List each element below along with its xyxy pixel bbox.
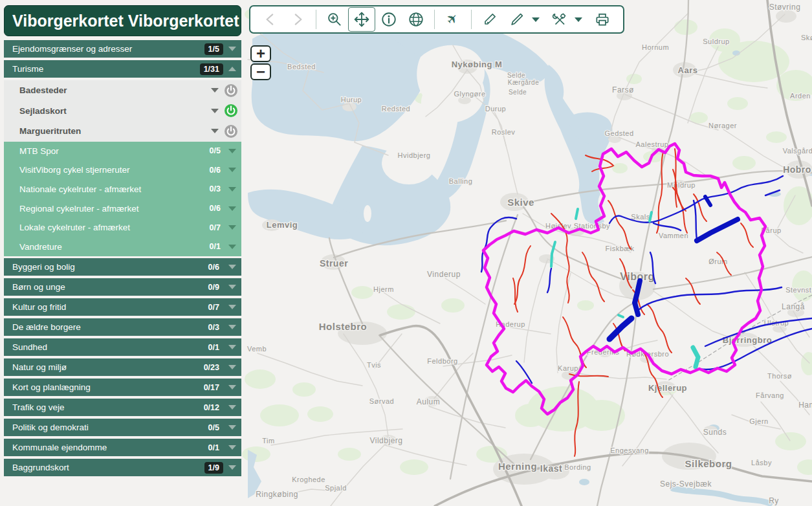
chevron-down-icon[interactable] bbox=[228, 325, 236, 329]
power-off-icon[interactable] bbox=[224, 83, 238, 98]
map-place-label: Nørager bbox=[708, 122, 737, 129]
category-count-badge: 1/9 bbox=[204, 462, 223, 474]
map-place-label: Spjald bbox=[325, 484, 347, 492]
power-off-icon[interactable] bbox=[224, 124, 238, 138]
chevron-down-icon[interactable] bbox=[228, 465, 236, 470]
map-place-label: Tim bbox=[262, 437, 274, 445]
map-place-label: Aalestrup bbox=[636, 140, 669, 148]
map-forest bbox=[578, 400, 625, 431]
map-place-label: Aulum bbox=[417, 397, 441, 406]
chevron-down-icon[interactable] bbox=[228, 206, 236, 211]
turisme-group-visitviborg-cykel-stjerneruter[interactable]: VisitViborg cykel stjerneruter0/6 bbox=[4, 160, 241, 180]
turisme-group-nationale-cykelruter-afm-rket[interactable]: Nationale cykelruter - afmærket0/3 bbox=[4, 180, 241, 199]
turisme-group-lokale-cykelruter-afm-rket[interactable]: Lokale cykelruter - afmærket0/7 bbox=[4, 218, 241, 237]
map-place-label: Kroghede bbox=[292, 476, 325, 483]
category-count-badge: 0/6 bbox=[204, 261, 223, 273]
chevron-down-icon[interactable] bbox=[228, 445, 236, 450]
chevron-down-icon[interactable] bbox=[228, 187, 236, 192]
turisme-layer-badesteder[interactable]: Badesteder bbox=[4, 80, 241, 101]
draw-tool-dropdown-caret[interactable] bbox=[532, 17, 540, 22]
map-place-label: Thorsø bbox=[767, 372, 792, 380]
turisme-layer-sejladskort[interactable]: Sejladskort bbox=[4, 101, 241, 122]
turisme-layer-list: BadestederSejladskortMargueritruten bbox=[0, 80, 241, 142]
pan-tool-selected[interactable] bbox=[348, 7, 375, 32]
power-on-icon[interactable] bbox=[224, 104, 238, 118]
chevron-down-icon[interactable] bbox=[228, 425, 236, 430]
map-place-label: Gjern bbox=[749, 417, 768, 425]
sidebar-category-politik-og-demokrati[interactable]: Politik og demokrati0/5 bbox=[4, 419, 241, 436]
globe-tool[interactable] bbox=[402, 7, 430, 32]
sidebar-category-natur-og-milj-[interactable]: Natur og miljø0/23 bbox=[4, 358, 241, 376]
zoom-controls: + − bbox=[250, 45, 271, 80]
group-label: Nationale cykelruter - afmærket bbox=[19, 184, 210, 194]
category-label: Politik og demokrati bbox=[12, 423, 204, 432]
map-place-label: Gedsted bbox=[604, 129, 633, 137]
turisme-group-mtb-spor[interactable]: MTB Spor0/5 bbox=[4, 142, 241, 161]
utilities-tool-dropdown-caret[interactable] bbox=[575, 17, 582, 22]
map-forest bbox=[732, 156, 756, 170]
chevron-down-icon[interactable] bbox=[228, 265, 236, 269]
sidebar-category-trafik-og-veje[interactable]: Trafik og veje0/12 bbox=[4, 399, 241, 416]
zoom-in-tool[interactable] bbox=[321, 7, 348, 32]
turisme-group-vandreture[interactable]: Vandreture0/1 bbox=[4, 237, 241, 256]
zoom-in-button[interactable]: + bbox=[250, 45, 271, 62]
chevron-down-icon[interactable] bbox=[228, 168, 236, 172]
app-title: Viborgerkortet Viborgerkortet bbox=[4, 5, 241, 36]
turisme-group-list: MTB Spor0/5VisitViborg cykel stjernerute… bbox=[0, 142, 241, 257]
turisme-group-regional-cykelruter-afm-rket[interactable]: Regional cykelruter - afmærket0/6 bbox=[4, 199, 241, 218]
chevron-down-icon[interactable] bbox=[228, 385, 236, 390]
print-tool[interactable] bbox=[589, 7, 616, 32]
fly-to-tool[interactable]: ✈ bbox=[439, 7, 466, 32]
info-tool[interactable] bbox=[375, 7, 402, 32]
group-label: MTB Spor bbox=[19, 146, 210, 156]
sidebar-category-de-ldre-borgere[interactable]: De ældre borgere0/3 bbox=[4, 318, 241, 336]
category-count-badge: 0/12 bbox=[200, 402, 223, 413]
utilities-tool[interactable] bbox=[546, 7, 573, 32]
draw-tool[interactable] bbox=[503, 7, 531, 32]
category-count-badge: 0/3 bbox=[204, 322, 223, 333]
chevron-down-icon[interactable] bbox=[228, 245, 236, 249]
sidebar-category-ejendomsgr-nser-og-adresser[interactable]: Ejendomsgrænser og adresser1/5 bbox=[4, 40, 241, 58]
map-place-label: Hammel bbox=[798, 401, 812, 410]
chevron-up-icon[interactable] bbox=[228, 67, 236, 71]
map-place-label: Sørvad bbox=[369, 397, 394, 405]
sidebar-category-sundhed[interactable]: Sundhed0/1 bbox=[4, 338, 241, 356]
layer-label: Margueritruten bbox=[19, 126, 206, 136]
chevron-down-icon[interactable] bbox=[228, 225, 236, 230]
chevron-down-icon[interactable] bbox=[228, 305, 236, 309]
history-forward-tool[interactable] bbox=[284, 7, 311, 32]
chevron-down-icon[interactable] bbox=[211, 109, 219, 113]
chevron-down-icon[interactable] bbox=[228, 405, 236, 410]
measure-tool[interactable] bbox=[476, 7, 503, 32]
chevron-down-icon[interactable] bbox=[228, 365, 236, 369]
sidebar-category-b-rn-og-unge[interactable]: Børn og unge0/9 bbox=[4, 278, 241, 296]
map-place-label: Langå bbox=[782, 302, 805, 311]
map-place-label: Hurup bbox=[341, 96, 362, 104]
chevron-down-icon[interactable] bbox=[228, 345, 236, 349]
sidebar-category-kommunale-ejendomme[interactable]: Kommunale ejendomme0/1 bbox=[4, 439, 241, 456]
sidebar-category-turisme[interactable]: Turisme1/31 bbox=[4, 60, 241, 78]
category-count-badge: 0/1 bbox=[204, 342, 223, 353]
chevron-down-icon[interactable] bbox=[211, 88, 219, 93]
chevron-down-icon[interactable] bbox=[211, 129, 219, 133]
zoom-out-button[interactable]: − bbox=[250, 63, 271, 80]
map-place-label: Sejs-Svejbæk bbox=[660, 479, 712, 489]
chevron-down-icon[interactable] bbox=[228, 149, 236, 153]
category-label: Ejendomsgrænser og adresser bbox=[12, 44, 204, 54]
sidebar-category-kultur-og-fritid[interactable]: Kultur og fritid0/7 bbox=[4, 298, 241, 316]
map-toolbar: ✈ bbox=[249, 5, 624, 34]
toolbar-divider bbox=[434, 10, 435, 29]
sidebar-category-byggeri-og-bolig[interactable]: Byggeri og bolig0/6 bbox=[4, 258, 241, 276]
turisme-layer-margueritruten[interactable]: Margueritruten bbox=[4, 121, 241, 142]
map-place-label: Ringkøbing bbox=[256, 490, 298, 499]
category-label: Turisme bbox=[12, 64, 200, 74]
chevron-down-icon[interactable] bbox=[228, 285, 236, 289]
chevron-down-icon[interactable] bbox=[228, 47, 236, 51]
history-back-tool[interactable] bbox=[257, 7, 284, 32]
map-place-label: Engesvang bbox=[610, 446, 649, 454]
group-count: 0/6 bbox=[210, 204, 223, 213]
sidebar-category-baggrundskort[interactable]: Baggrundskort1/9 bbox=[4, 459, 241, 476]
category-label: Baggrundskort bbox=[12, 463, 204, 472]
group-count: 0/5 bbox=[210, 146, 223, 155]
sidebar-category-kort-og-planl-gning[interactable]: Kort og planlægning0/17 bbox=[4, 379, 241, 396]
